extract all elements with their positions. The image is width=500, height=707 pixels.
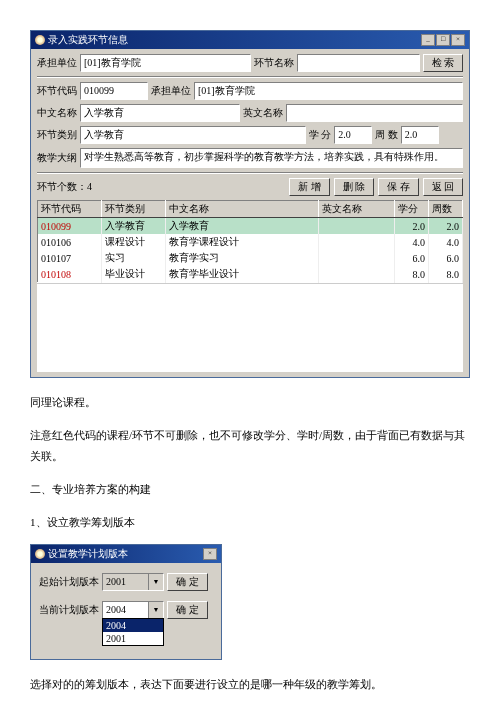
table-cell: 教育学课程设计	[165, 234, 318, 250]
start-version-label: 起始计划版本	[39, 575, 99, 589]
current-version-combo[interactable]: 2004 ▼	[102, 601, 164, 619]
count-label: 环节个数：4	[37, 180, 92, 194]
add-button[interactable]: 新 增	[289, 178, 330, 196]
dropdown-option[interactable]: 2004	[103, 619, 163, 632]
table-cell: 010099	[38, 218, 102, 235]
table-cell: 8.0	[395, 266, 429, 283]
doc-p2: 注意红色代码的课程/环节不可删除，也不可修改学分、学时/周数，由于背面已有数据与…	[30, 425, 470, 467]
cnname-label: 中文名称	[37, 106, 77, 120]
table-cell	[318, 218, 395, 235]
table-cell: 毕业设计	[101, 266, 165, 283]
weeks-field[interactable]: 2.0	[401, 126, 439, 144]
th-en[interactable]: 英文名称	[318, 201, 395, 218]
chevron-down-icon: ▼	[148, 574, 163, 590]
ok-button-2[interactable]: 确 定	[167, 601, 208, 619]
chevron-down-icon-2: ▼	[148, 602, 163, 618]
doc-p3: 选择对的的筹划版本，表达下面要进行设立的是哪一种年级的教学筹划。	[30, 674, 470, 695]
segname-field[interactable]	[297, 54, 419, 72]
divider-2	[37, 172, 463, 174]
table-cell: 2.0	[429, 218, 463, 235]
outline-field[interactable]: 对学生熟悉高等教育，初步掌握科学的教育教学方法，培养实践，具有特殊作用。	[80, 148, 463, 168]
doc-h2: 二、专业培养方案的构建	[30, 479, 470, 500]
cnname-field[interactable]: 入学教育	[80, 104, 240, 122]
table-cell: 010106	[38, 234, 102, 250]
code-field[interactable]: 010099	[80, 82, 148, 100]
table-cell: 8.0	[429, 266, 463, 283]
close-button[interactable]: ×	[451, 34, 465, 46]
table-cell	[318, 250, 395, 266]
table-row[interactable]: 010108毕业设计教育学毕业设计8.08.0	[38, 266, 463, 283]
dept2-field[interactable]: [01]教育学院	[194, 82, 463, 100]
minimize-button[interactable]: _	[421, 34, 435, 46]
titlebar: 录入实践环节信息 _ □ ×	[31, 31, 469, 49]
search-button[interactable]: 检 索	[423, 54, 464, 72]
dropdown-option[interactable]: 2001	[103, 632, 163, 645]
credit-label: 学 分	[309, 128, 332, 142]
window-title: 录入实践环节信息	[48, 33, 128, 47]
th-credit[interactable]: 学分	[395, 201, 429, 218]
ok-button-1[interactable]: 确 定	[167, 573, 208, 591]
delete-button[interactable]: 删 除	[334, 178, 375, 196]
dept-field[interactable]: [01]教育学院	[80, 54, 251, 72]
titlebar-2: 设置教学计划版本 ×	[31, 545, 221, 563]
table-cell: 6.0	[429, 250, 463, 266]
table-cell: 6.0	[395, 250, 429, 266]
close-button-2[interactable]: ×	[203, 548, 217, 560]
app-icon-2	[35, 549, 45, 559]
doc-s1: 1、设立教学筹划版本	[30, 512, 470, 533]
table-cell: 入学教育	[101, 218, 165, 235]
practice-segment-window: 录入实践环节信息 _ □ × 承担单位 [01]教育学院 环节名称 检 索 环节…	[30, 30, 470, 378]
divider	[37, 76, 463, 78]
plan-version-window: 设置教学计划版本 × 起始计划版本 2001 ▼ 确 定 当前计划版本 2004…	[30, 544, 222, 660]
start-version-combo[interactable]: 2001 ▼	[102, 573, 164, 591]
window-title-2: 设置教学计划版本	[48, 547, 128, 561]
th-code[interactable]: 环节代码	[38, 201, 102, 218]
table-cell: 2.0	[395, 218, 429, 235]
table-cell	[318, 266, 395, 283]
th-cn[interactable]: 中文名称	[165, 201, 318, 218]
maximize-button[interactable]: □	[436, 34, 450, 46]
enname-field[interactable]	[286, 104, 463, 122]
th-cat[interactable]: 环节类别	[101, 201, 165, 218]
table-cell: 教育学实习	[165, 250, 318, 266]
table-cell: 010107	[38, 250, 102, 266]
credit-field[interactable]: 2.0	[334, 126, 372, 144]
app-icon	[35, 35, 45, 45]
current-version-label: 当前计划版本	[39, 603, 99, 617]
segment-table: 环节代码 环节类别 中文名称 英文名称 学分 周数 010099入学教育入学教育…	[37, 200, 463, 283]
segname-label: 环节名称	[254, 56, 294, 70]
table-cell: 课程设计	[101, 234, 165, 250]
table-empty-area	[37, 283, 463, 372]
table-cell: 入学教育	[165, 218, 318, 235]
th-weeks[interactable]: 周数	[429, 201, 463, 218]
doc-p1: 同理论课程。	[30, 392, 470, 413]
table-cell	[318, 234, 395, 250]
table-cell: 010108	[38, 266, 102, 283]
back-button[interactable]: 返 回	[423, 178, 464, 196]
table-row[interactable]: 010106课程设计教育学课程设计4.04.0	[38, 234, 463, 250]
table-row[interactable]: 010099入学教育入学教育2.02.0	[38, 218, 463, 235]
table-cell: 4.0	[429, 234, 463, 250]
weeks-label: 周 数	[375, 128, 398, 142]
type-label: 环节类别	[37, 128, 77, 142]
save-button[interactable]: 保 存	[378, 178, 419, 196]
table-cell: 实习	[101, 250, 165, 266]
dept-label: 承担单位	[37, 56, 77, 70]
table-cell: 4.0	[395, 234, 429, 250]
dept2-label: 承担单位	[151, 84, 191, 98]
type-field[interactable]: 入学教育	[80, 126, 306, 144]
version-dropdown[interactable]: 2004 2001	[102, 618, 164, 646]
code-label: 环节代码	[37, 84, 77, 98]
table-row[interactable]: 010107实习教育学实习6.06.0	[38, 250, 463, 266]
enname-label: 英文名称	[243, 106, 283, 120]
outline-label: 教学大纲	[37, 151, 77, 165]
table-cell: 教育学毕业设计	[165, 266, 318, 283]
